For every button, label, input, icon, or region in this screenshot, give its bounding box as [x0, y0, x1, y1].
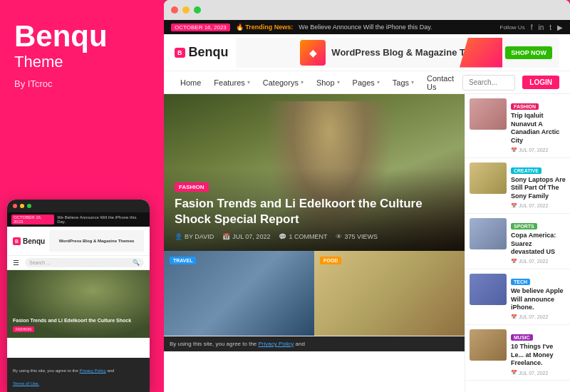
phone-news-text: We Believe Announce Will the iPhone this…: [57, 215, 145, 224]
cookie-bar-main: By using this site, you agree to the Pri…: [164, 336, 465, 351]
facebook-icon[interactable]: f: [531, 24, 533, 31]
sidebar-date-5: 📅 JUL 07, 2022: [511, 370, 566, 376]
sidebar-thumb-3: [470, 218, 507, 249]
sidebar-date-1: 📅 JUL 07, 2022: [511, 148, 566, 153]
phone-hero: FASHION Fasion Trends and Li Edelkoort t…: [7, 270, 150, 338]
nav-search: 🔍: [462, 75, 515, 91]
phone-search-bar: Search ... 🔍: [25, 258, 144, 267]
calendar-icon-4: 📅: [511, 314, 517, 320]
shop-arrow-icon: ▾: [337, 79, 340, 86]
sidebar-cat-4: TECH: [511, 279, 530, 285]
linkedin-icon[interactable]: in: [538, 24, 544, 31]
phone-news-bar: OCTOBER 16, 2023 We Believe Announce Wil…: [7, 212, 150, 227]
calendar-icon-2: 📅: [511, 203, 517, 209]
phone-hamburger-icon[interactable]: ☰: [13, 259, 19, 267]
phone-terms-link[interactable]: Terms of Use.: [13, 381, 39, 386]
browser-window: OCTOBER 16, 2023 🔥 Trending News: We Bel…: [164, 0, 570, 392]
phone-logo: B Benqu: [13, 237, 45, 245]
hero-comments: 💬 1 COMMENT: [279, 233, 327, 240]
twitter-icon[interactable]: t: [549, 24, 551, 31]
news-ticker: OCTOBER 16, 2023 🔥 Trending News: We Bel…: [164, 20, 570, 34]
phone-fashion-badge: FASHION: [13, 326, 34, 332]
phone-news-date: OCTOBER 16, 2023: [11, 215, 54, 225]
travel-badge: TRAVEL: [170, 257, 196, 264]
nav-home[interactable]: Home: [175, 71, 207, 94]
sidebar-post-4[interactable]: TECH We believe Apple Will announce iPho…: [465, 269, 570, 325]
sidebar-thumb-2: [470, 163, 507, 194]
phone-banner: WordPress Blog & Magazine Themes: [49, 230, 144, 252]
left-panel: Benqu Theme By ITcroc OCTOBER 16, 2023 W…: [0, 0, 164, 392]
phone-search-icon[interactable]: 🔍: [133, 259, 140, 266]
main-privacy-link[interactable]: Privacy Policy: [259, 341, 294, 347]
features-arrow-icon: ▾: [247, 79, 250, 86]
small-post-travel[interactable]: TRAVEL: [164, 251, 314, 336]
sidebar-thumb-1: [470, 98, 507, 130]
content-area: FASHION Fasion Trends and Li Edelkoort t…: [164, 94, 570, 392]
site-header: B Benqu ◆ WordPress Blog & Magazine Them…: [164, 34, 570, 71]
sidebar-post-info-1: FASHION Trip Iqaluit Nunavut A Canadian …: [511, 98, 566, 153]
nav-contact[interactable]: Contact Us: [421, 71, 460, 94]
sidebar-post-info-3: SPORTS Copa America: Suarez devastated U…: [511, 218, 566, 264]
hero-date: 📅 JUL 07, 2022: [222, 233, 270, 240]
sidebar-post-info-4: TECH We believe Apple Will announce iPho…: [511, 274, 566, 320]
phone-dot-yellow: [20, 204, 24, 208]
hero-title: Fasion Trends and Li Edelkoort the Cultu…: [175, 196, 454, 227]
views-icon: 👁: [336, 233, 342, 240]
calendar-icon: 📅: [222, 233, 230, 240]
youtube-icon[interactable]: ▶: [557, 24, 563, 31]
tags-arrow-icon: ▾: [411, 79, 414, 86]
main-content: FASHION Fasion Trends and Li Edelkoort t…: [164, 94, 465, 392]
browser-close-dot[interactable]: [171, 6, 178, 14]
sidebar-title-5: 10 Things I've Le... at Money Freelance.: [511, 343, 566, 368]
browser-minimize-dot[interactable]: [182, 6, 190, 14]
banner-icon: ◆: [300, 40, 326, 66]
sidebar: FASHION Trip Iqaluit Nunavut A Canadian …: [465, 94, 570, 392]
browser-topbar: [164, 0, 570, 20]
phone-logo-badge: B: [13, 237, 21, 245]
phone-privacy-link[interactable]: Privacy Policy: [79, 368, 105, 373]
sidebar-date-2: 📅 JUL 07, 2022: [511, 203, 566, 209]
comment-icon: 💬: [279, 233, 286, 240]
phone-logo-name: Benqu: [23, 237, 45, 245]
site-logo-name: Benqu: [189, 45, 229, 60]
sidebar-title-2: Sony Laptops Are Still Part Of The Sony …: [511, 176, 566, 201]
nav-categorys[interactable]: Categorys ▾: [257, 71, 309, 94]
nav-tags[interactable]: Tags ▾: [387, 71, 420, 94]
sidebar-post-2[interactable]: CREATIVE Sony Laptops Are Still Part Of …: [465, 158, 570, 214]
nav-shop[interactable]: Shop ▾: [311, 71, 346, 94]
sidebar-post-1[interactable]: FASHION Trip Iqaluit Nunavut A Canadian …: [465, 94, 570, 158]
site-logo-badge: B: [175, 48, 185, 58]
sidebar-title-4: We believe Apple Will announce iPhone.: [511, 287, 566, 312]
browser-maximize-dot[interactable]: [194, 6, 201, 14]
small-posts-row: TRAVEL FOOD: [164, 251, 465, 336]
sidebar-thumb-4: [470, 274, 507, 305]
sidebar-post-info-5: MUSIC 10 Things I've Le... at Money Free…: [511, 329, 566, 376]
hero-meta: 👤 BY DAVID 📅 JUL 07, 2022 💬 1 COMMENT: [175, 233, 454, 240]
calendar-icon-3: 📅: [511, 259, 517, 264]
phone-hero-title: Fasion Trends and Li Edelkoort the Cultu…: [13, 317, 144, 324]
sidebar-cat-1: FASHION: [511, 103, 539, 110]
login-button[interactable]: LOGIN: [522, 76, 559, 89]
phone-nav: ☰ Search ... 🔍: [7, 255, 150, 270]
small-post-food[interactable]: FOOD: [314, 251, 465, 336]
phone-dot-green: [27, 204, 31, 208]
brand-by: By ITcroc: [14, 78, 150, 89]
sidebar-cat-3: SPORTS: [511, 223, 537, 229]
shop-now-button[interactable]: SHOP NOW: [505, 46, 552, 59]
hero-post[interactable]: FASHION Fasion Trends and Li Edelkoort t…: [164, 94, 465, 251]
phone-mockup: OCTOBER 16, 2023 We Believe Announce Wil…: [7, 200, 150, 392]
sidebar-post-5[interactable]: MUSIC 10 Things I've Le... at Money Free…: [465, 325, 570, 381]
phone-cookie-text: By using this site, you agree to the Pri…: [13, 368, 114, 386]
site-nav: Home Features ▾ Categorys ▾ Shop ▾ Pages…: [164, 71, 570, 94]
banner-decoration: [460, 38, 502, 68]
phone-dot-red: [13, 204, 17, 208]
pages-arrow-icon: ▾: [377, 79, 380, 86]
nav-features[interactable]: Features ▾: [208, 71, 255, 94]
ticker-text: We Believe Announce Will the iPhone this…: [299, 24, 432, 31]
nav-pages[interactable]: Pages ▾: [347, 71, 385, 94]
search-input[interactable]: [463, 78, 515, 86]
categorys-arrow-icon: ▾: [301, 79, 304, 86]
sidebar-title-3: Copa America: Suarez devastated US: [511, 232, 566, 257]
hero-badge: FASHION: [175, 182, 209, 192]
sidebar-post-3[interactable]: SPORTS Copa America: Suarez devastated U…: [465, 214, 570, 269]
